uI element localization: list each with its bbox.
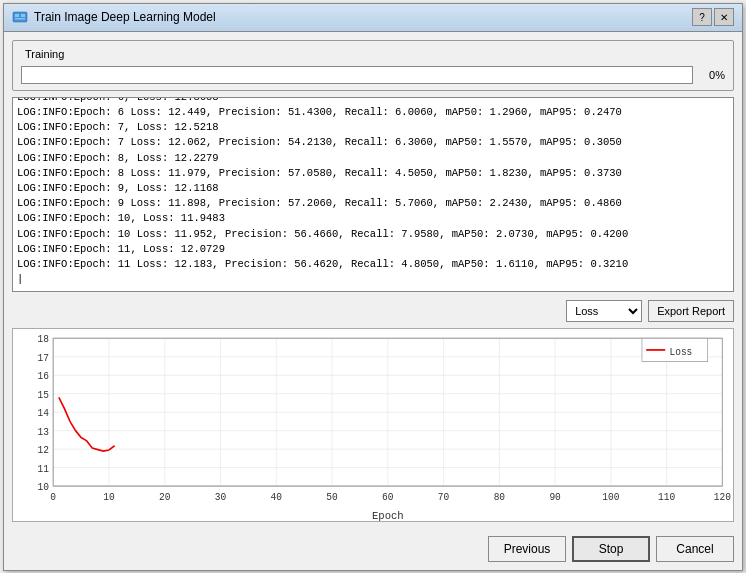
svg-text:18: 18 — [38, 334, 49, 346]
svg-text:100: 100 — [602, 491, 619, 503]
export-report-button[interactable]: Export Report — [648, 300, 734, 322]
svg-text:90: 90 — [549, 491, 560, 503]
svg-text:16: 16 — [38, 370, 49, 382]
window-title: Train Image Deep Learning Model — [34, 10, 692, 24]
svg-text:60: 60 — [382, 491, 393, 503]
svg-text:40: 40 — [271, 491, 282, 503]
title-bar: Train Image Deep Learning Model ? ✕ — [4, 4, 742, 32]
svg-text:14: 14 — [38, 407, 49, 419]
svg-text:Loss: Loss — [669, 346, 692, 358]
metric-select[interactable]: Loss Precision Recall mAP50 mAP95 — [566, 300, 642, 322]
svg-text:15: 15 — [38, 389, 49, 401]
svg-text:70: 70 — [438, 491, 449, 503]
progress-label: 0% — [697, 69, 725, 81]
svg-text:20: 20 — [159, 491, 170, 503]
chart-controls: Loss Precision Recall mAP50 mAP95 Export… — [12, 300, 734, 322]
svg-text:Epoch: Epoch — [372, 509, 404, 521]
svg-text:10: 10 — [103, 491, 114, 503]
window-content: Training 0% LOG:INFO:Epoch: 5 Loss: 12.6… — [4, 32, 742, 530]
chart-area: 1011121314151617180102030405060708090100… — [12, 328, 734, 522]
svg-text:80: 80 — [494, 491, 505, 503]
svg-rect-3 — [15, 18, 25, 20]
svg-text:13: 13 — [38, 426, 49, 438]
svg-text:30: 30 — [215, 491, 226, 503]
progress-bar — [21, 66, 693, 84]
title-buttons: ? ✕ — [692, 8, 734, 26]
previous-button[interactable]: Previous — [488, 536, 566, 562]
close-button[interactable]: ✕ — [714, 8, 734, 26]
svg-text:10: 10 — [38, 481, 49, 493]
svg-text:17: 17 — [38, 352, 49, 364]
svg-text:12: 12 — [38, 444, 49, 456]
footer: Previous Stop Cancel — [4, 530, 742, 570]
training-group: Training 0% — [12, 40, 734, 91]
log-area[interactable]: LOG:INFO:Epoch: 5 Loss: 12.626, Precisio… — [12, 97, 734, 292]
stop-button[interactable]: Stop — [572, 536, 650, 562]
svg-text:110: 110 — [658, 491, 675, 503]
window-icon — [12, 9, 28, 25]
svg-text:11: 11 — [38, 463, 49, 475]
main-window: Train Image Deep Learning Model ? ✕ Trai… — [3, 3, 743, 571]
svg-rect-2 — [21, 14, 25, 17]
progress-row: 0% — [21, 66, 725, 84]
svg-rect-1 — [15, 14, 19, 17]
svg-text:50: 50 — [326, 491, 337, 503]
svg-text:0: 0 — [50, 491, 56, 503]
loss-chart: 1011121314151617180102030405060708090100… — [13, 329, 733, 521]
help-button[interactable]: ? — [692, 8, 712, 26]
cancel-button[interactable]: Cancel — [656, 536, 734, 562]
svg-text:120: 120 — [714, 491, 731, 503]
training-group-label: Training — [21, 48, 68, 60]
